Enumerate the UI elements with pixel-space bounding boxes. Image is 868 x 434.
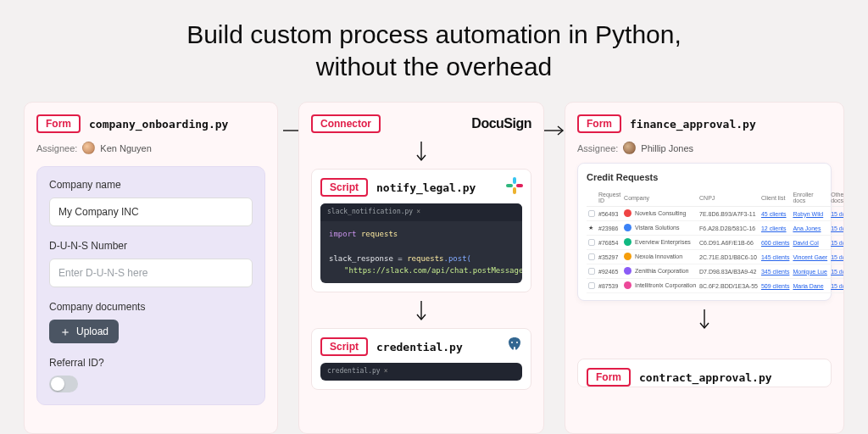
table-row[interactable]: #87539Intellitronix Corporation8C.6F2.BD… xyxy=(587,279,844,293)
link-clients[interactable]: 509 clients xyxy=(761,283,789,289)
credit-requests-panel: Credit Requests Request ID Company CNPJ … xyxy=(577,163,832,301)
table-row[interactable]: #76854Everview EnterprisesC6.D91.A6F/E1B… xyxy=(587,236,844,250)
cell-company: Everview Enterprises xyxy=(635,239,691,245)
link-other-docs[interactable]: 15 docs xyxy=(831,254,844,260)
company-dot-icon xyxy=(624,253,632,260)
filename-onboarding: company_onboarding.py xyxy=(89,118,228,131)
checkbox[interactable] xyxy=(588,268,595,275)
link-clients[interactable]: 345 clients xyxy=(761,269,789,275)
company-dot-icon xyxy=(624,267,632,275)
cell-cnpj: D7.D98.83A/B3A9-42 xyxy=(698,264,760,279)
company-dot-icon xyxy=(624,281,632,289)
cell-request-id: #76854 xyxy=(597,236,622,250)
input-duns[interactable] xyxy=(49,259,253,287)
page-headline: Build custom process automation in Pytho… xyxy=(0,0,868,82)
checkbox[interactable] xyxy=(588,210,595,217)
col-cnpj: CNPJ xyxy=(698,189,760,207)
company-dot-icon xyxy=(624,224,632,231)
link-other-docs[interactable]: 15 docs xyxy=(831,225,844,231)
svg-point-9 xyxy=(516,342,518,343)
code-tab-name: slack_notification.py xyxy=(327,207,413,218)
label-duns: D-U-N-S Number xyxy=(49,240,253,252)
card-script-credential: Script credential.py credential.py × xyxy=(311,328,531,390)
label-company-name: Company name xyxy=(49,179,253,191)
onboarding-form-panel: Company name D-U-N-S Number Company docu… xyxy=(36,166,265,405)
upload-label: Upload xyxy=(76,326,108,337)
svg-rect-4 xyxy=(506,184,513,187)
badge-script: Script xyxy=(320,337,368,356)
company-dot-icon xyxy=(624,238,632,246)
cell-cnpj: 8C.6F2.BDD/1E3A-55 xyxy=(698,279,760,293)
arrow-down-icon xyxy=(415,299,544,325)
table-row[interactable]: #56493Novelus Consulting7E.8D6.B93/A7F3-… xyxy=(587,207,844,221)
col-request-id: Request ID xyxy=(597,189,622,207)
close-icon[interactable]: × xyxy=(384,366,388,377)
cell-cnpj: F6.A28.D28/581C-16 xyxy=(698,221,760,236)
table-row[interactable]: ★#23986Vistara SolutionsF6.A28.D28/581C-… xyxy=(587,221,844,236)
checkbox[interactable] xyxy=(588,282,595,289)
cell-company: Novelus Consulting xyxy=(635,210,686,216)
upload-button[interactable]: ＋ Upload xyxy=(49,320,119,343)
cell-request-id: #35297 xyxy=(597,250,622,264)
badge-connector: Connector xyxy=(311,114,381,133)
cell-company: Nexoia Innovation xyxy=(635,253,682,259)
code-tab[interactable]: credential.py × xyxy=(327,366,387,377)
cell-request-id: #92465 xyxy=(597,264,622,279)
badge-script: Script xyxy=(320,178,368,197)
code-editor-slack: slack_notification.py × import requests … xyxy=(320,203,522,283)
checkbox[interactable] xyxy=(588,253,595,260)
link-clients[interactable]: 600 clients xyxy=(761,240,789,246)
badge-form: Form xyxy=(36,114,81,133)
cell-cnpj: 2C.71E.8D1/B8C6-10 xyxy=(698,250,760,264)
link-enroller[interactable]: Monique Lue xyxy=(793,269,826,275)
label-documents: Company documents xyxy=(49,301,253,313)
link-clients[interactable]: 12 clients xyxy=(761,225,787,231)
plus-icon: ＋ xyxy=(59,326,71,337)
arrow-down-icon xyxy=(415,140,544,165)
star-icon: ★ xyxy=(588,225,595,231)
assignee-name: Phillip Jones xyxy=(641,143,693,153)
link-enroller[interactable]: Robyn Wild xyxy=(793,211,823,217)
checkbox[interactable] xyxy=(588,239,595,246)
code-editor-credential: credential.py × xyxy=(320,363,522,381)
link-enroller[interactable]: Ana Jones xyxy=(793,225,821,231)
cell-company: Zenithia Corporation xyxy=(635,268,688,274)
card-script-notify-legal: Script notify_legal.py slack_notificatio… xyxy=(311,169,531,292)
svg-rect-3 xyxy=(513,177,516,184)
cell-request-id: #23986 xyxy=(597,221,622,236)
input-company-name[interactable] xyxy=(49,198,253,226)
cell-cnpj: C6.D91.A6F/E1B-66 xyxy=(698,236,760,250)
assignee-label: Assignee: xyxy=(36,143,77,153)
credit-requests-table: Request ID Company CNPJ Client list Enro… xyxy=(587,189,844,293)
link-enroller[interactable]: Vincent Gaer xyxy=(793,254,827,260)
headline-line1: Build custom process automation in Pytho… xyxy=(0,19,868,51)
col-enroller: Enroller docs xyxy=(791,189,829,207)
svg-rect-5 xyxy=(513,187,516,194)
table-row[interactable]: #35297Nexoia Innovation2C.71E.8D1/B8C6-1… xyxy=(587,250,844,264)
filename-finance: finance_approval.py xyxy=(630,118,756,131)
filename-credential: credential.py xyxy=(376,341,463,353)
col-other: Other docs xyxy=(829,189,844,207)
link-enroller[interactable]: David Col xyxy=(793,240,818,246)
close-icon[interactable]: × xyxy=(416,207,420,218)
table-row[interactable]: #92465Zenithia CorporationD7.D98.83A/B3A… xyxy=(587,264,844,279)
link-other-docs[interactable]: 15 docs xyxy=(831,283,844,289)
card-form-contract: Form contract_approval.py xyxy=(577,359,832,387)
code-tab[interactable]: slack_notification.py × xyxy=(327,207,420,218)
link-other-docs[interactable]: 15 docs xyxy=(831,240,844,246)
link-clients[interactable]: 45 clients xyxy=(761,211,787,217)
slack-icon xyxy=(505,176,524,195)
docusign-logo: DocuSign xyxy=(471,116,531,131)
toggle-referral[interactable] xyxy=(49,376,78,392)
filename-notify-legal: notify_legal.py xyxy=(376,181,476,194)
avatar-icon xyxy=(82,142,95,154)
badge-form: Form xyxy=(587,368,631,387)
link-clients[interactable]: 145 clients xyxy=(761,254,789,260)
link-enroller[interactable]: Maria Dane xyxy=(793,283,823,289)
link-other-docs[interactable]: 15 docs xyxy=(831,211,844,217)
link-other-docs[interactable]: 15 docs xyxy=(831,269,844,275)
headline-line2: without the overhead xyxy=(0,51,868,83)
cell-company: Intellitronix Corporation xyxy=(635,282,696,288)
col-company: Company xyxy=(622,189,698,207)
badge-form: Form xyxy=(577,114,621,133)
